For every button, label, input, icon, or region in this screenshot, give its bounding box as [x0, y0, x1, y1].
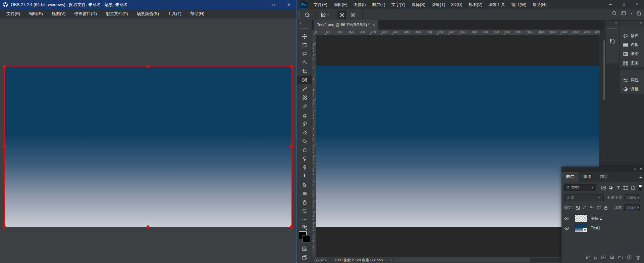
new-group-icon[interactable] [618, 255, 623, 260]
clone-stamp-tool[interactable] [297, 111, 312, 119]
zoom-tool[interactable] [297, 207, 312, 215]
lock-position-button[interactable] [588, 206, 595, 210]
obs-titlebar[interactable]: OBS 27.2.4 (64-bit, windows) - 配置文件: 未命名… [0, 0, 297, 9]
ps-menu-item[interactable]: 帮助(H) [529, 0, 549, 9]
quick-mask-button[interactable] [297, 244, 312, 253]
layer-thumbnail[interactable] [575, 214, 587, 222]
layer-visibility-toggle[interactable] [561, 223, 572, 233]
lock-transparent-button[interactable] [574, 206, 581, 210]
panel-button-properties[interactable]: 属性 [620, 76, 644, 85]
blend-mode-select[interactable]: 正常 ▾ [564, 194, 604, 201]
panel-button-swatches[interactable]: 色板 [620, 40, 644, 49]
hand-tool[interactable] [297, 198, 312, 207]
obs-maximize-button[interactable]: □ [266, 0, 281, 9]
filter-shape-button[interactable] [622, 185, 629, 190]
share-icon[interactable] [636, 11, 641, 16]
add-mask-icon[interactable] [601, 255, 606, 260]
canvas-image[interactable] [316, 66, 599, 227]
selection-handle-middle-right[interactable] [290, 145, 293, 148]
dock-grip[interactable] [607, 28, 618, 29]
history-panel-button[interactable] [606, 39, 619, 45]
layer-visibility-toggle[interactable] [561, 214, 572, 223]
link-layers-icon[interactable] [585, 255, 590, 260]
panel-close-icon[interactable]: ✕ [639, 167, 642, 171]
zoom-level[interactable]: 66.67% [315, 258, 327, 262]
selection-handle-bottom-left[interactable] [3, 225, 6, 228]
edit-toolbar-button[interactable]: ••• [297, 215, 312, 224]
history-brush-tool[interactable] [297, 119, 312, 128]
workspace-icon[interactable] [621, 11, 626, 16]
tab-channels[interactable]: 通道 [579, 172, 596, 182]
filter-adjustment-button[interactable] [607, 185, 614, 190]
background-color[interactable] [303, 235, 310, 243]
search-icon[interactable] [612, 11, 617, 16]
obs-menu-item[interactable]: 视图(V) [47, 9, 70, 18]
marquee-tool[interactable] [297, 41, 312, 49]
selection-handle-top-left[interactable] [3, 65, 6, 68]
ps-menu-item[interactable]: 滤镜(T) [428, 0, 448, 9]
filter-smart-object-button[interactable] [629, 185, 637, 190]
layer-row[interactable]: ▤ Test1 [561, 223, 644, 233]
obs-source-preview[interactable] [4, 66, 292, 227]
selection-handle-top-right[interactable] [290, 65, 293, 68]
ps-menu-item[interactable]: 文字(Y) [388, 0, 409, 9]
dock-grip[interactable] [627, 72, 637, 74]
ps-menu-item[interactable]: 增效工具 [485, 0, 508, 9]
layer-name[interactable]: Test1 [591, 226, 600, 230]
filter-kind-select[interactable]: 类型 ▾ [564, 184, 596, 191]
panel-menu-icon[interactable]: ≡ [639, 174, 642, 179]
tool-preset-picker[interactable]: ▾ [319, 10, 330, 19]
ps-menu-item[interactable]: 图层(L) [369, 0, 388, 9]
dodge-tool[interactable] [297, 154, 312, 163]
panel-button-patterns[interactable]: 图案 [620, 58, 644, 68]
delete-layer-icon[interactable] [636, 255, 641, 260]
options-bar-grip[interactable] [298, 11, 300, 18]
dock-grip[interactable] [627, 28, 637, 29]
chevron-down-icon[interactable]: ▾ [631, 12, 632, 15]
canvas-viewport[interactable] [316, 35, 599, 257]
ps-menu-item[interactable]: 3D(D) [448, 0, 465, 9]
panel-collapse-icon[interactable]: « [634, 167, 636, 171]
status-expand-icon[interactable]: › [386, 258, 387, 262]
panel-button-color[interactable]: 颜色 [620, 31, 644, 40]
ps-menu-item[interactable]: 图像(I) [351, 0, 369, 9]
obs-menu-item[interactable]: 文件(F) [2, 9, 24, 18]
shape-tool[interactable] [297, 189, 312, 198]
obs-menu-item[interactable]: 配置文件(P) [101, 9, 132, 18]
new-layer-icon[interactable] [627, 255, 632, 260]
tab-layers[interactable]: 图层 [561, 172, 579, 182]
eraser-tool[interactable] [297, 128, 312, 137]
layer-thumbnail[interactable]: ▤ [575, 224, 587, 232]
path-selection-tool[interactable] [297, 180, 312, 189]
opacity-select[interactable]: 100% ▾ [625, 194, 640, 201]
filter-toggle-switch[interactable] [639, 184, 642, 191]
pen-tool[interactable] [297, 163, 312, 172]
pencil-tool[interactable] [297, 102, 312, 111]
scrollbar-thumb[interactable] [603, 40, 606, 101]
ps-menu-item[interactable]: 窗口(W) [508, 0, 529, 9]
layer-style-button[interactable]: fx [594, 255, 597, 260]
lock-pixels-button[interactable] [581, 206, 588, 210]
scrollbar-thumb[interactable] [394, 258, 531, 262]
fill-select[interactable]: 100% ▾ [624, 204, 640, 211]
layer-name[interactable]: 图层 1 [591, 216, 602, 221]
elliptical-frame-option[interactable] [348, 10, 358, 19]
crop-tool[interactable] [297, 67, 312, 76]
lock-all-button[interactable] [602, 206, 609, 210]
obs-close-button[interactable]: ✕ [281, 0, 297, 9]
ps-close-button[interactable]: ✕ [631, 0, 644, 8]
document-tab[interactable]: Test2.png @ 66.7%(RGB/8) * × [314, 20, 378, 30]
toolbar-grip[interactable] [300, 28, 309, 29]
panel-button-adjustments[interactable]: 调整 [620, 85, 644, 94]
blur-tool[interactable] [297, 145, 312, 154]
tab-paths[interactable]: 路径 [596, 172, 613, 182]
selection-handle-bottom-right[interactable] [290, 225, 293, 228]
selection-handle-bottom-center[interactable] [147, 225, 150, 228]
horizontal-ruler[interactable]: 0501001502002503003504004505005506006507… [312, 30, 600, 35]
eyedropper-tool[interactable] [297, 84, 312, 93]
ps-menu-item[interactable]: 视图(V) [465, 0, 485, 9]
ps-minimize-button[interactable]: ─ [604, 0, 617, 8]
filter-image-button[interactable] [600, 185, 607, 190]
lasso-tool[interactable] [297, 49, 312, 58]
move-tool[interactable] [297, 32, 312, 41]
